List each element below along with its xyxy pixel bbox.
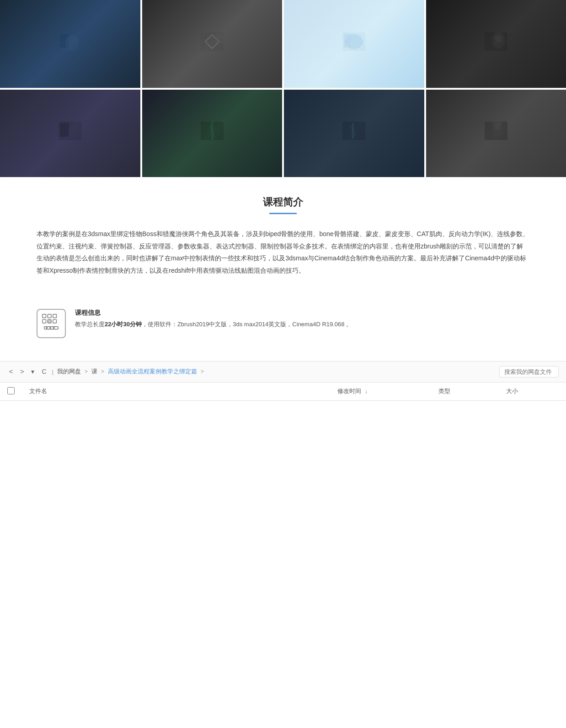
breadcrumb-separator-1: | xyxy=(52,368,53,375)
svg-rect-29 xyxy=(53,314,57,318)
svg-rect-27 xyxy=(43,314,46,318)
course-info-detail-prefix: 教学总长度 xyxy=(75,321,105,328)
svg-point-36 xyxy=(53,327,55,329)
breadcrumb-bar: < > ▾ C | 我的网盘 > 课 > 高级动画全流程案例教学之绑定篇 > xyxy=(0,361,566,383)
course-info-box: 课程信息 教学总长度22小时30分钟，使用软件：Zbrush2019中文版，3d… xyxy=(18,300,548,347)
file-browser: < > ▾ C | 我的网盘 > 课 > 高级动画全流程案例教学之绑定篇 > 文… xyxy=(0,361,566,401)
course-info-icon xyxy=(37,309,66,338)
select-all-checkbox[interactable] xyxy=(7,387,15,394)
col-header-type[interactable]: 类型 xyxy=(431,383,498,401)
screenshot-3 xyxy=(284,0,424,88)
breadcrumb-mydisk[interactable]: 我的网盘 xyxy=(57,367,81,376)
search-input[interactable] xyxy=(499,366,559,377)
sort-icon: ↓ xyxy=(365,388,368,394)
svg-point-11 xyxy=(495,35,502,42)
breadcrumb-arrow-3: > xyxy=(201,368,204,375)
course-info-title-label: 课程信息 xyxy=(75,309,529,317)
nav-dropdown-button[interactable]: ▾ xyxy=(29,367,36,376)
cog-icon xyxy=(40,313,62,334)
course-duration: 22小时30分钟 xyxy=(105,321,142,328)
svg-rect-8 xyxy=(344,34,351,48)
breadcrumb-course[interactable]: 课 xyxy=(91,367,97,376)
file-table: 文件名 修改时间 ↓ 类型 大小 xyxy=(0,383,566,401)
course-software: ，使用软件：Zbrush2019中文版，3ds max2014英文版，Cinem… xyxy=(142,321,352,328)
svg-point-14 xyxy=(68,123,79,138)
svg-rect-28 xyxy=(48,314,51,318)
svg-rect-32 xyxy=(53,319,57,323)
svg-point-22 xyxy=(350,124,356,137)
svg-point-18 xyxy=(208,124,216,138)
breadcrumb-arrow-1: > xyxy=(85,368,88,375)
title-underline xyxy=(269,213,297,214)
svg-rect-26 xyxy=(492,122,502,125)
course-info-text: 课程信息 教学总长度22小时30分钟，使用软件：Zbrush2019中文版，3d… xyxy=(75,309,529,329)
col-header-checkbox xyxy=(0,383,22,401)
screenshot-5 xyxy=(0,90,140,178)
svg-point-35 xyxy=(49,327,51,329)
svg-rect-30 xyxy=(43,319,46,323)
course-description: 本教学的案例是在3dsmax里绑定怪物Boss和猎魔游侠两个角色及其装备，涉及到… xyxy=(27,228,539,276)
nav-back-button[interactable]: < xyxy=(7,367,15,376)
svg-rect-5 xyxy=(216,34,223,43)
screenshot-8 xyxy=(426,90,566,178)
table-header-row: 文件名 修改时间 ↓ 类型 大小 xyxy=(0,383,566,401)
nav-forward-button[interactable]: > xyxy=(18,367,26,376)
col-header-time[interactable]: 修改时间 ↓ xyxy=(330,383,431,401)
course-intro-title: 课程简介 xyxy=(27,195,539,209)
svg-rect-31 xyxy=(48,319,51,323)
screenshot-4 xyxy=(426,0,566,88)
svg-point-34 xyxy=(46,327,48,329)
screenshot-7 xyxy=(284,90,424,178)
breadcrumb-arrow-2: > xyxy=(101,368,104,375)
screenshot-6 xyxy=(142,90,283,178)
nav-refresh-button[interactable]: C xyxy=(40,367,48,376)
svg-point-2 xyxy=(65,35,79,51)
svg-rect-13 xyxy=(60,123,69,137)
col-header-size[interactable]: 大小 xyxy=(499,383,566,401)
course-intro-section: 课程简介 本教学的案例是在3dsmax里绑定怪物Boss和猎魔游侠两个角色及其装… xyxy=(0,177,566,299)
breadcrumb-folder[interactable]: 高级动画全流程案例教学之绑定篇 xyxy=(108,367,197,376)
col-header-name[interactable]: 文件名 xyxy=(22,383,330,401)
image-grid xyxy=(0,0,566,177)
course-info-detail: 教学总长度22小时30分钟，使用软件：Zbrush2019中文版，3ds max… xyxy=(75,320,529,329)
screenshot-2 xyxy=(142,0,283,88)
screenshot-1 xyxy=(0,0,140,88)
